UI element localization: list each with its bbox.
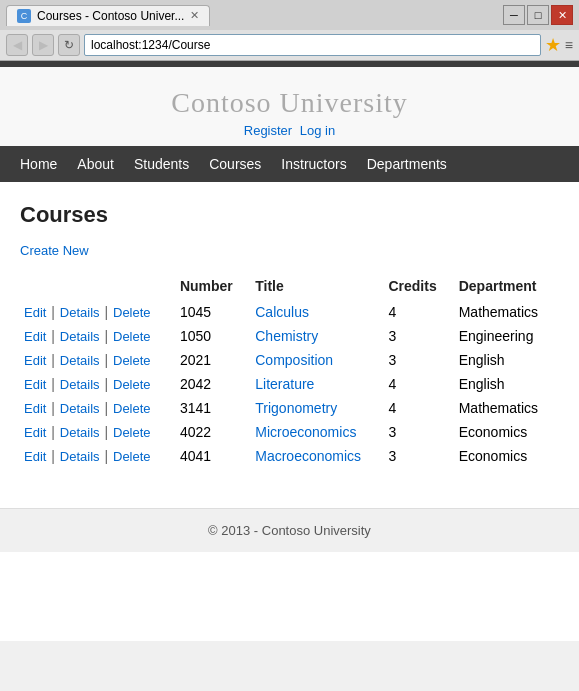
row-department-3: English (455, 372, 559, 396)
row-actions: Edit | Details | Delete (20, 420, 176, 444)
minimize-button[interactable]: ─ (503, 5, 525, 25)
sep2-6: | (104, 448, 112, 464)
delete-link-1[interactable]: Delete (113, 329, 151, 344)
forward-button[interactable]: ▶ (32, 34, 54, 56)
row-title-4: Trigonometry (251, 396, 384, 420)
browser-tab[interactable]: C Courses - Contoso Univer... ✕ (6, 5, 210, 26)
nav-students[interactable]: Students (124, 148, 199, 180)
row-credits-3: 4 (384, 372, 454, 396)
sep2-1: | (104, 328, 112, 344)
title-link-6[interactable]: Macroeconomics (255, 448, 361, 464)
delete-link-0[interactable]: Delete (113, 305, 151, 320)
register-link[interactable]: Register (244, 123, 292, 138)
row-credits-0: 4 (384, 300, 454, 324)
details-link-4[interactable]: Details (60, 401, 100, 416)
row-credits-1: 3 (384, 324, 454, 348)
col-credits-header: Credits (384, 274, 454, 300)
page-footer: © 2013 - Contoso University (0, 508, 579, 552)
row-title-5: Microeconomics (251, 420, 384, 444)
row-actions: Edit | Details | Delete (20, 348, 176, 372)
sep1-2: | (51, 352, 59, 368)
nav-instructors[interactable]: Instructors (271, 148, 356, 180)
sep2-2: | (104, 352, 112, 368)
edit-link-3[interactable]: Edit (24, 377, 46, 392)
details-link-2[interactable]: Details (60, 353, 100, 368)
site-title: Contoso University (0, 87, 579, 119)
create-new-link[interactable]: Create New (20, 243, 89, 258)
nav-departments[interactable]: Departments (357, 148, 457, 180)
details-link-3[interactable]: Details (60, 377, 100, 392)
nav-home[interactable]: Home (10, 148, 67, 180)
row-number-0: 1045 (176, 300, 251, 324)
delete-link-6[interactable]: Delete (113, 449, 151, 464)
details-link-0[interactable]: Details (60, 305, 100, 320)
row-department-2: English (455, 348, 559, 372)
title-link-0[interactable]: Calculus (255, 304, 309, 320)
sep1-4: | (51, 400, 59, 416)
row-number-2: 2021 (176, 348, 251, 372)
window-controls: ─ □ ✕ (503, 5, 573, 25)
address-bar: ◀ ▶ ↻ ★ ≡ (0, 30, 579, 60)
site-header: Contoso University Register Log in (0, 67, 579, 146)
sep1-3: | (51, 376, 59, 392)
edit-link-1[interactable]: Edit (24, 329, 46, 344)
row-title-3: Literature (251, 372, 384, 396)
title-link-5[interactable]: Microeconomics (255, 424, 356, 440)
row-number-6: 4041 (176, 444, 251, 468)
nav-about[interactable]: About (67, 148, 124, 180)
row-actions: Edit | Details | Delete (20, 372, 176, 396)
table-row: Edit | Details | Delete 2042 Literature … (20, 372, 559, 396)
details-link-1[interactable]: Details (60, 329, 100, 344)
back-button[interactable]: ◀ (6, 34, 28, 56)
courses-table: Number Title Credits Department Edit | D… (20, 274, 559, 468)
delete-link-3[interactable]: Delete (113, 377, 151, 392)
row-number-3: 2042 (176, 372, 251, 396)
row-department-0: Mathematics (455, 300, 559, 324)
delete-link-5[interactable]: Delete (113, 425, 151, 440)
edit-link-4[interactable]: Edit (24, 401, 46, 416)
col-number-header: Number (176, 274, 251, 300)
table-row: Edit | Details | Delete 1050 Chemistry 3… (20, 324, 559, 348)
row-credits-6: 3 (384, 444, 454, 468)
table-row: Edit | Details | Delete 3141 Trigonometr… (20, 396, 559, 420)
title-link-3[interactable]: Literature (255, 376, 314, 392)
table-row: Edit | Details | Delete 1045 Calculus 4 … (20, 300, 559, 324)
col-actions-header (20, 274, 176, 300)
details-link-6[interactable]: Details (60, 449, 100, 464)
login-link[interactable]: Log in (300, 123, 335, 138)
delete-link-2[interactable]: Delete (113, 353, 151, 368)
edit-link-6[interactable]: Edit (24, 449, 46, 464)
sep1-6: | (51, 448, 59, 464)
navigation-bar: Home About Students Courses Instructors … (0, 146, 579, 182)
edit-link-0[interactable]: Edit (24, 305, 46, 320)
edit-link-5[interactable]: Edit (24, 425, 46, 440)
sep1-5: | (51, 424, 59, 440)
title-link-2[interactable]: Composition (255, 352, 333, 368)
close-button[interactable]: ✕ (551, 5, 573, 25)
title-link-1[interactable]: Chemistry (255, 328, 318, 344)
browser-menu-icon[interactable]: ≡ (565, 37, 573, 53)
bookmark-icon[interactable]: ★ (545, 34, 561, 56)
col-title-header: Title (251, 274, 384, 300)
details-link-5[interactable]: Details (60, 425, 100, 440)
row-department-6: Economics (455, 444, 559, 468)
sep2-4: | (104, 400, 112, 416)
tab-close-button[interactable]: ✕ (190, 9, 199, 22)
row-title-1: Chemistry (251, 324, 384, 348)
row-title-0: Calculus (251, 300, 384, 324)
page-title: Courses (20, 202, 559, 228)
edit-link-2[interactable]: Edit (24, 353, 46, 368)
row-credits-2: 3 (384, 348, 454, 372)
maximize-button[interactable]: □ (527, 5, 549, 25)
tab-favicon: C (17, 9, 31, 23)
refresh-button[interactable]: ↻ (58, 34, 80, 56)
table-row: Edit | Details | Delete 4041 Macroeconom… (20, 444, 559, 468)
delete-link-4[interactable]: Delete (113, 401, 151, 416)
address-input[interactable] (84, 34, 541, 56)
col-department-header: Department (455, 274, 559, 300)
title-link-4[interactable]: Trigonometry (255, 400, 337, 416)
main-content: Courses Create New Number Title Credits … (0, 182, 579, 488)
row-actions: Edit | Details | Delete (20, 444, 176, 468)
nav-courses[interactable]: Courses (199, 148, 271, 180)
row-credits-4: 4 (384, 396, 454, 420)
